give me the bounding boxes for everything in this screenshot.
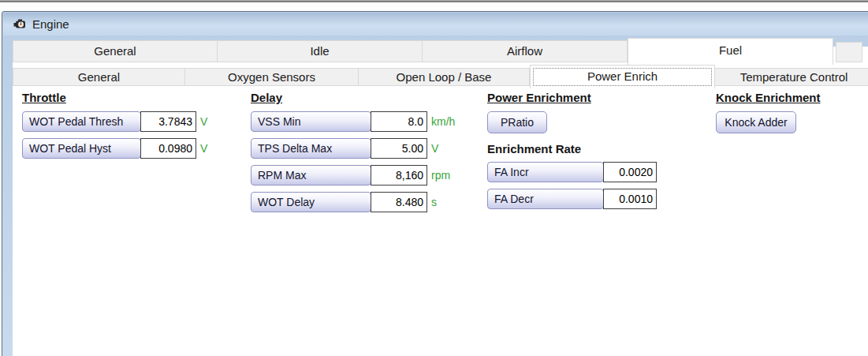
pratio-button[interactable]: PRatio xyxy=(487,111,547,133)
tps-delta-max-label[interactable]: TPS Delta Max xyxy=(251,138,371,159)
fa-decr-value[interactable]: 0.0010 xyxy=(603,189,657,209)
tab-power-enrich[interactable]: Power Enrich xyxy=(530,65,715,88)
window-title: Engine xyxy=(32,17,69,31)
wot-pedal-hyst-value[interactable]: 0.0980 xyxy=(140,138,196,159)
wot-pedal-hyst-unit: V xyxy=(200,138,207,159)
tab-fuel[interactable]: Fuel xyxy=(628,38,833,65)
top-divider xyxy=(0,0,868,2)
wot-pedal-hyst-label[interactable]: WOT Pedal Hyst xyxy=(22,138,141,159)
tab-general-top[interactable]: General xyxy=(13,40,218,62)
knock-enrichment-section-title: Knock Enrichment xyxy=(716,91,821,104)
throttle-section-title: Throttle xyxy=(22,91,66,104)
power-enrichment-section-title: Power Enrichment xyxy=(487,91,591,104)
tps-delta-max-unit: V xyxy=(431,138,438,159)
wot-delay-label[interactable]: WOT Delay xyxy=(251,192,371,212)
wot-pedal-thresh-label[interactable]: WOT Pedal Thresh xyxy=(22,111,141,132)
tab-open-loop-base[interactable]: Open Loop / Base xyxy=(359,68,530,86)
tab-idle[interactable]: Idle xyxy=(218,40,423,62)
rpm-max-unit: rpm xyxy=(431,165,450,185)
tab-general-sub[interactable]: General xyxy=(13,68,185,86)
enrichment-rate-section-title: Enrichment Rate xyxy=(487,142,581,156)
wot-delay-value[interactable]: 8.480 xyxy=(371,192,427,212)
fa-decr-label[interactable]: FA Decr xyxy=(487,189,604,209)
fa-incr-label[interactable]: FA Incr xyxy=(487,162,604,182)
tab-partial-right[interactable] xyxy=(836,42,862,62)
tps-delta-max-value[interactable]: 5.00 xyxy=(371,138,427,159)
engine-icon xyxy=(13,17,27,31)
window-titlebar[interactable]: Engine xyxy=(3,13,868,36)
wot-pedal-thresh-value[interactable]: 3.7843 xyxy=(140,111,196,132)
tab-oxygen-sensors[interactable]: Oxygen Sensors xyxy=(185,68,359,86)
rpm-max-value[interactable]: 8,160 xyxy=(371,165,427,185)
tab-temperature-control[interactable]: Temperature Control xyxy=(715,68,868,86)
rpm-max-label[interactable]: RPM Max xyxy=(251,165,371,185)
tab-airflow[interactable]: Airflow xyxy=(423,40,628,62)
vss-min-value[interactable]: 8.0 xyxy=(371,111,427,132)
fa-incr-value[interactable]: 0.0020 xyxy=(603,162,657,182)
knock-adder-button[interactable]: Knock Adder xyxy=(716,111,796,133)
screen: Engine General Idle Airflow Fuel General… xyxy=(0,0,868,356)
vss-min-label[interactable]: VSS Min xyxy=(251,111,371,132)
wot-delay-unit: s xyxy=(431,192,437,212)
wot-pedal-thresh-unit: V xyxy=(200,111,207,132)
delay-section-title: Delay xyxy=(251,91,282,104)
vss-min-unit: km/h xyxy=(431,111,455,132)
